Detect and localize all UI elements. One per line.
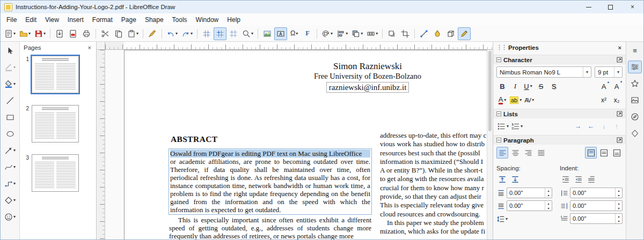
menu-window[interactable]: Window [192, 14, 223, 25]
insert-line-button[interactable] [2, 94, 18, 107]
gallery-tab[interactable] [628, 94, 642, 107]
undo-button[interactable]: ▾ [165, 27, 179, 40]
page-thumbnail-1[interactable] [32, 56, 79, 93]
spinner[interactable]: ▴▾ [545, 201, 552, 211]
connectors-button[interactable]: ▾ [2, 177, 18, 190]
menu-tools[interactable]: Tools [168, 14, 192, 25]
menu-file[interactable]: File [2, 14, 21, 25]
shadow-text-button[interactable]: S [548, 80, 560, 92]
menu-page[interactable]: Page [117, 14, 141, 25]
line-spacing-button[interactable]: ▾ [496, 213, 508, 225]
display-grid-button[interactable] [200, 27, 213, 40]
email-textbox[interactable]: razniewski@inf.unibz.it [326, 82, 409, 93]
move-down-button[interactable]: ↓ [598, 121, 610, 132]
minimize-button[interactable] [577, 1, 599, 13]
helplines-button[interactable] [227, 27, 240, 40]
selected-text-line[interactable]: Oswald from PDFgear is editing PDF text … [170, 149, 370, 158]
hanging-indent-button[interactable] [586, 174, 597, 185]
lists-section-header[interactable]: Lists [493, 109, 626, 118]
after-text-indent-field[interactable]: 0.00"▴▾ [570, 200, 623, 211]
paragraph-section-header[interactable]: Paragraph [493, 135, 626, 145]
basic-shapes-button[interactable]: ▾ [2, 194, 18, 206]
align-objects-button[interactable]: ▾ [335, 27, 349, 40]
page-thumbnail-2[interactable] [32, 105, 79, 142]
shrink-font-button[interactable]: A▼ [611, 80, 623, 92]
selected-text-frame[interactable]: Oswald from PDFgear is editing PDF text … [169, 149, 371, 214]
font-name-combobox[interactable]: Nimbus Roman No9 L▾ [496, 66, 591, 78]
lists-dialog-launcher[interactable] [617, 111, 623, 117]
properties-tab[interactable] [628, 61, 642, 73]
export-pdf-button[interactable] [67, 27, 79, 40]
select-tool-button[interactable] [2, 44, 18, 57]
canvas[interactable]: Simon Razniewski Free University of Boze… [105, 50, 487, 239]
styles-tab[interactable] [628, 77, 642, 90]
close-button[interactable]: × [621, 1, 643, 13]
crop-button[interactable] [399, 27, 412, 40]
increase-spacing-button[interactable] [496, 174, 508, 185]
shapes-tab[interactable] [628, 127, 642, 140]
page-thumbnail-3[interactable] [32, 154, 79, 192]
chevron-down-icon[interactable]: ▾ [614, 67, 622, 77]
ellipse-button[interactable] [2, 128, 18, 140]
distribute-button[interactable]: ▾ [365, 27, 379, 40]
character-section-header[interactable]: Character [493, 55, 626, 64]
chevron-down-icon[interactable]: ▾ [583, 67, 591, 77]
new-document-button[interactable]: ▾ [3, 27, 17, 40]
symbol-shapes-button[interactable]: ▾ [2, 211, 18, 223]
move-up-button[interactable]: ↑ [611, 121, 623, 132]
fontwork-button[interactable]: F [301, 27, 314, 40]
increase-indent-button[interactable] [560, 174, 572, 185]
lines-arrows-button[interactable]: ▾ [2, 144, 18, 156]
align-right-button[interactable] [522, 147, 534, 159]
spinner[interactable]: ▴▾ [545, 188, 552, 198]
strikethrough-button[interactable]: S [535, 80, 547, 92]
menu-edit[interactable]: Edit [21, 14, 41, 25]
redo-button[interactable]: ▾ [180, 27, 194, 40]
fill-color-button[interactable]: ▾ [2, 78, 18, 90]
vertical-scrollbar[interactable] [487, 50, 493, 239]
zoom-button[interactable]: ▾ [240, 27, 255, 40]
pages-panel-close-button[interactable]: × [87, 44, 92, 51]
sidebar-menu-button[interactable]: ≡ [628, 44, 642, 57]
paste-button[interactable]: ▾ [126, 27, 140, 40]
paragraph-dialog-launcher[interactable] [617, 137, 623, 143]
decrease-indent-button[interactable] [573, 174, 584, 185]
arrange-button[interactable]: ▾ [350, 27, 364, 40]
align-justify-button[interactable] [535, 147, 547, 159]
show-draw-functions-button[interactable] [458, 27, 471, 40]
curves-polygons-button[interactable]: ▾ [2, 161, 18, 173]
unordered-list-button[interactable]: ▾ [496, 121, 509, 132]
insert-textbox-button[interactable] [274, 27, 287, 40]
grow-font-button[interactable]: A▲ [598, 80, 610, 92]
vertical-ruler[interactable] [97, 50, 105, 239]
menu-insert[interactable]: Insert [63, 14, 88, 25]
font-size-combobox[interactable]: 9 pt▾ [595, 66, 623, 78]
menu-shape[interactable]: Shape [141, 14, 168, 25]
transformations-button[interactable]: ▾ [320, 27, 334, 40]
navigator-tab[interactable] [628, 110, 642, 123]
menu-view[interactable]: View [41, 14, 63, 25]
bold-button[interactable]: B [496, 80, 508, 92]
export-button[interactable] [53, 27, 66, 40]
spinner[interactable]: ▴▾ [615, 188, 622, 198]
insert-image-button[interactable] [261, 27, 274, 40]
character-spacing-button[interactable]: AV▾ [523, 94, 535, 106]
align-top-button[interactable] [585, 147, 597, 159]
print-button[interactable] [80, 27, 93, 40]
edit-points-button[interactable] [418, 27, 430, 40]
copy-button[interactable] [112, 27, 125, 40]
before-text-indent-field[interactable]: 0.00"▴▾ [570, 188, 623, 198]
scrollbar-thumb[interactable] [488, 51, 492, 131]
character-dialog-launcher[interactable] [617, 57, 623, 63]
extrusion-button[interactable] [444, 27, 457, 40]
ordered-list-button[interactable]: ▾ [510, 121, 523, 132]
open-button[interactable]: ▾ [18, 27, 32, 40]
above-paragraph-spacing-field[interactable]: 0.00"▴▾ [507, 188, 552, 198]
decrease-spacing-button[interactable] [509, 174, 521, 185]
snap-to-grid-button[interactable] [214, 27, 226, 40]
subscript-button[interactable]: x₂ [611, 94, 623, 106]
horizontal-ruler[interactable] [105, 42, 493, 50]
align-middle-button[interactable] [598, 147, 610, 159]
gluepoints-button[interactable] [431, 27, 444, 40]
menu-help[interactable]: Help [223, 14, 245, 25]
